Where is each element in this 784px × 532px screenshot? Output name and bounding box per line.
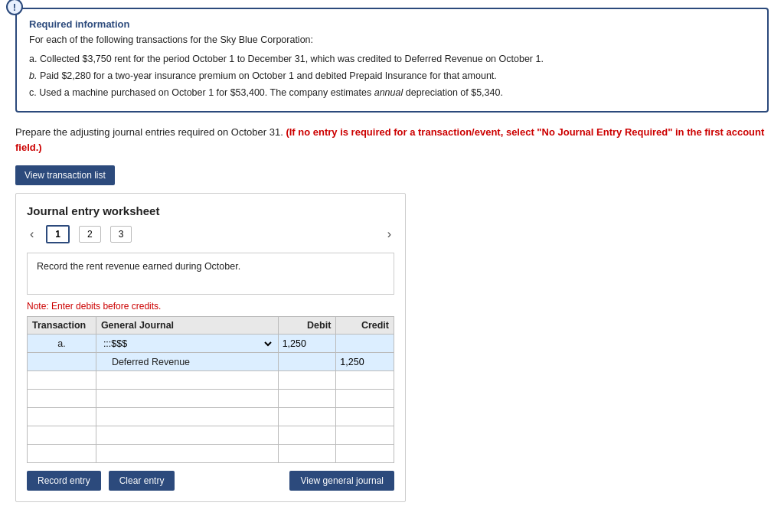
- next-tab-button[interactable]: ›: [384, 227, 394, 241]
- tab-1-button[interactable]: 1: [46, 225, 70, 243]
- prepare-normal-text: Prepare the adjusting journal entries re…: [15, 126, 286, 138]
- prepare-instruction: Prepare the adjusting journal entries re…: [15, 125, 769, 155]
- debit-input-5[interactable]: [283, 449, 332, 459]
- empty-debit-1[interactable]: [278, 371, 336, 390]
- empty-account-1[interactable]: [96, 371, 278, 390]
- worksheet-title: Journal entry worksheet: [27, 204, 394, 217]
- credit-input-a[interactable]: [340, 338, 390, 349]
- table-row: [28, 426, 394, 445]
- table-row: [28, 371, 394, 390]
- transactions-list: a. Collected $3,750 rent for the period …: [29, 51, 755, 100]
- empty-debit-5[interactable]: [278, 445, 336, 463]
- empty-transaction-3: [28, 408, 96, 426]
- credit-input-3[interactable]: [340, 412, 390, 423]
- transaction-label-a: a.: [28, 335, 96, 353]
- empty-account-4[interactable]: [96, 426, 278, 445]
- deferred-revenue-label: Deferred Revenue: [112, 357, 190, 367]
- description-text: Record the rent revenue earned during Oc…: [37, 261, 240, 272]
- transaction-a: a. Collected $3,750 rent for the period …: [29, 51, 755, 67]
- empty-account-2[interactable]: [96, 390, 278, 408]
- debit-input-2[interactable]: [283, 393, 332, 404]
- view-transaction-button[interactable]: View transaction list: [15, 165, 115, 185]
- empty-debit-2[interactable]: [278, 390, 336, 408]
- table-row: [28, 445, 394, 463]
- general-journal-header: General Journal: [96, 317, 278, 335]
- credit-input-2[interactable]: [340, 393, 390, 404]
- account-input-4[interactable]: [100, 430, 274, 441]
- empty-debit-4[interactable]: [278, 426, 336, 445]
- transaction-description: Record the rent revenue earned during Oc…: [27, 253, 394, 295]
- empty-account-3[interactable]: [96, 408, 278, 426]
- alert-icon: !: [6, 0, 23, 15]
- debit-input-1[interactable]: [283, 375, 332, 386]
- empty-credit-4[interactable]: [336, 426, 394, 445]
- empty-transaction-2: [28, 390, 96, 408]
- info-box-title: Required information: [29, 18, 755, 30]
- account-select[interactable]: :::$$$ No Journal Entry Required Rent Re…: [100, 338, 274, 350]
- debit-value-a[interactable]: [278, 335, 336, 353]
- tab-3-button[interactable]: 3: [110, 226, 132, 243]
- debit-input-b[interactable]: [283, 357, 332, 367]
- view-general-journal-button[interactable]: View general journal: [289, 471, 394, 491]
- credit-input-1[interactable]: [340, 375, 390, 386]
- debit-input-3[interactable]: [283, 412, 332, 423]
- tab-2-button[interactable]: 2: [79, 226, 101, 243]
- table-row: a. :::$$$ No Journal Entry Required Rent…: [28, 335, 394, 353]
- transaction-b: b. Paid $2,280 for a two-year insurance …: [29, 68, 755, 83]
- info-box: ! Required information For each of the f…: [15, 8, 769, 113]
- debit-input-a[interactable]: [283, 338, 332, 349]
- tab-navigation: ‹ 1 2 3 ›: [27, 225, 394, 243]
- account-select-cell[interactable]: :::$$$ No Journal Entry Required Rent Re…: [96, 335, 278, 353]
- account-input-3[interactable]: [100, 412, 274, 423]
- debit-value-b[interactable]: [278, 353, 336, 371]
- journal-table: Transaction General Journal Debit Credit…: [27, 316, 394, 463]
- credit-value-b[interactable]: [336, 353, 394, 371]
- empty-account-5[interactable]: [96, 445, 278, 463]
- bottom-buttons: Record entry Clear entry View general jo…: [27, 471, 394, 491]
- credit-header: Credit: [336, 317, 394, 335]
- credit-input-b[interactable]: [340, 357, 390, 367]
- empty-credit-3[interactable]: [336, 408, 394, 426]
- table-row: [28, 408, 394, 426]
- account-input-2[interactable]: [100, 393, 274, 404]
- table-row: Deferred Revenue: [28, 353, 394, 371]
- debit-input-4[interactable]: [283, 430, 332, 441]
- transaction-header: Transaction: [28, 317, 96, 335]
- credit-value-a[interactable]: [336, 335, 394, 353]
- empty-transaction-1: [28, 371, 96, 390]
- empty-credit-1[interactable]: [336, 371, 394, 390]
- empty-credit-5[interactable]: [336, 445, 394, 463]
- table-row: [28, 390, 394, 408]
- empty-debit-3[interactable]: [278, 408, 336, 426]
- credit-input-4[interactable]: [340, 430, 390, 441]
- debit-credit-note: Note: Enter debits before credits.: [27, 301, 394, 312]
- record-entry-button[interactable]: Record entry: [27, 471, 101, 491]
- journal-entry-worksheet: Journal entry worksheet ‹ 1 2 3 › Record…: [15, 193, 406, 502]
- debit-header: Debit: [278, 317, 336, 335]
- empty-transaction-5: [28, 445, 96, 463]
- clear-entry-button[interactable]: Clear entry: [109, 471, 175, 491]
- account-input-1[interactable]: [100, 375, 274, 386]
- transaction-label-empty1: [28, 353, 96, 371]
- empty-credit-2[interactable]: [336, 390, 394, 408]
- account-input-5[interactable]: [100, 449, 274, 459]
- transaction-c: c. Used a machine purchased on October 1…: [29, 85, 755, 100]
- empty-transaction-4: [28, 426, 96, 445]
- deferred-revenue-cell: Deferred Revenue: [96, 353, 278, 371]
- credit-input-5[interactable]: [340, 449, 390, 459]
- prev-tab-button[interactable]: ‹: [27, 227, 37, 241]
- info-box-intro: For each of the following transactions f…: [29, 34, 755, 45]
